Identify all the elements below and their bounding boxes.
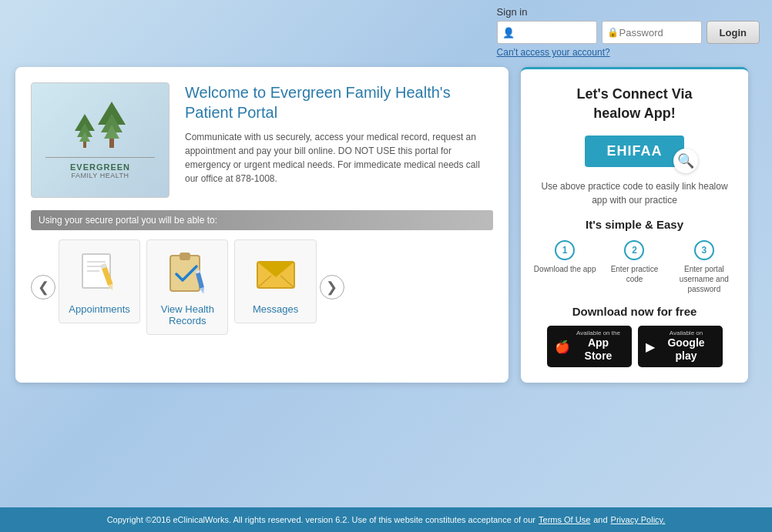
logo-divider	[45, 157, 155, 158]
feature-appointments[interactable]: Appointments	[59, 239, 140, 323]
health-records-icon	[163, 248, 212, 297]
terms-link[interactable]: Terms Of Use	[539, 515, 590, 524]
appointments-icon	[75, 248, 124, 297]
link-description: Use above practice code to easily link h…	[533, 179, 736, 207]
apple-icon: 🍎	[555, 340, 570, 354]
signin-container: Sign in 👤 🔒 Login Can't access your acco…	[497, 6, 760, 58]
features-wrapper: ❮	[31, 239, 493, 335]
main-content: EVERGREEN FAMILY HEALTH Welcome to Everg…	[0, 61, 772, 389]
google-play-icon: ▶	[646, 340, 655, 354]
health-records-label: View Health Records	[153, 303, 221, 326]
steps-row: 1 Download the app 2 Enter practice code…	[533, 240, 736, 294]
step-2: 2 Enter practice code	[602, 240, 666, 294]
privacy-link[interactable]: Privacy Policy.	[611, 515, 666, 524]
portal-top: EVERGREEN FAMILY HEALTH Welcome to Everg…	[31, 82, 493, 198]
logo-trees	[75, 102, 126, 148]
healow-title: Let's Connect Via healow App!	[577, 85, 693, 123]
step-3: 3 Enter portal username and password	[673, 240, 736, 294]
next-arrow[interactable]: ❯	[320, 275, 344, 299]
footer-inner: Copyright ©2016 eClinicalWorks. All righ…	[15, 515, 757, 524]
tree-large	[98, 102, 126, 148]
lock-icon: 🔒	[607, 27, 619, 38]
step-circle-2: 2	[624, 240, 644, 260]
feature-messages[interactable]: Messages	[234, 239, 316, 323]
login-button[interactable]: Login	[707, 21, 760, 44]
tree-bot-large	[104, 125, 119, 139]
password-wrapper: 🔒	[602, 21, 702, 44]
tree-small	[75, 114, 95, 148]
practice-code-button[interactable]: EHIFAA	[585, 136, 683, 167]
username-wrapper: 👤	[497, 21, 597, 44]
google-play-name: Google play	[658, 336, 715, 363]
step-1: 1 Download the app	[533, 240, 596, 294]
messages-label: Messages	[253, 303, 298, 315]
step-text-2: Enter practice code	[602, 264, 666, 284]
welcome-description: Communicate with us securely, access you…	[185, 130, 493, 186]
features-row: Appointments	[59, 239, 317, 335]
portal-card: EVERGREEN FAMILY HEALTH Welcome to Everg…	[15, 67, 509, 383]
welcome-text: Welcome to Evergreen Family Health's Pat…	[185, 82, 493, 198]
app-store-text: Available on the App Store	[573, 330, 624, 363]
signin-label: Sign in	[497, 6, 528, 18]
google-play-inner: ▶ Available on Google play	[646, 330, 715, 363]
tree-trunk-large	[109, 139, 114, 148]
healow-title-line2: healow App!	[593, 105, 675, 121]
simple-easy-title: It's simple & Easy	[586, 218, 683, 231]
svg-marker-10	[200, 287, 206, 294]
app-store-inner: 🍎 Available on the App Store	[555, 330, 624, 363]
prev-arrow[interactable]: ❮	[31, 275, 55, 299]
footer: Copyright ©2016 eClinicalWorks. All righ…	[0, 507, 772, 532]
download-title: Download now for free	[572, 305, 697, 318]
search-icon: 🔍	[673, 149, 698, 173]
footer-and: and	[593, 515, 607, 524]
welcome-heading: Welcome to Evergreen Family Health's Pat…	[185, 82, 493, 122]
store-buttons: 🍎 Available on the App Store ▶ Available…	[547, 326, 723, 367]
logo-text-sub: FAMILY HEALTH	[71, 172, 129, 179]
step-circle-3: 3	[694, 240, 714, 260]
step-text-3: Enter portal username and password	[673, 264, 736, 294]
messages-icon	[251, 248, 300, 297]
google-play-available: Available on	[658, 330, 715, 336]
google-play-button[interactable]: ▶ Available on Google play	[638, 326, 723, 367]
app-store-button[interactable]: 🍎 Available on the App Store	[547, 326, 632, 367]
tree-bot-small	[79, 132, 90, 142]
app-store-available: Available on the	[573, 330, 624, 336]
svg-rect-8	[180, 253, 190, 260]
cant-access-link[interactable]: Can't access your account?	[497, 47, 610, 58]
logo-box: EVERGREEN FAMILY HEALTH	[31, 82, 170, 198]
appointments-label: Appointments	[69, 303, 130, 315]
healow-title-line1: Let's Connect Via	[577, 86, 693, 102]
svg-rect-7	[170, 256, 200, 291]
google-play-text: Available on Google play	[658, 330, 715, 363]
step-circle-1: 1	[555, 240, 575, 260]
practice-code-wrapper: EHIFAA 🔍	[585, 136, 683, 167]
app-store-name: App Store	[573, 336, 624, 363]
tree-trunk-small	[83, 142, 86, 148]
footer-copyright: Copyright ©2016 eClinicalWorks. All righ…	[107, 515, 535, 524]
signin-row: 👤 🔒 Login	[497, 21, 760, 44]
feature-health-records[interactable]: View Health Records	[146, 239, 228, 335]
header-area: Sign in 👤 🔒 Login Can't access your acco…	[0, 0, 772, 61]
step-text-1: Download the app	[534, 264, 596, 274]
healow-card: Let's Connect Via healow App! EHIFAA 🔍 U…	[521, 67, 748, 383]
logo-text-main: EVERGREEN	[70, 162, 130, 172]
secure-bar: Using your secure portal you will be abl…	[31, 210, 493, 230]
user-icon: 👤	[502, 27, 515, 38]
